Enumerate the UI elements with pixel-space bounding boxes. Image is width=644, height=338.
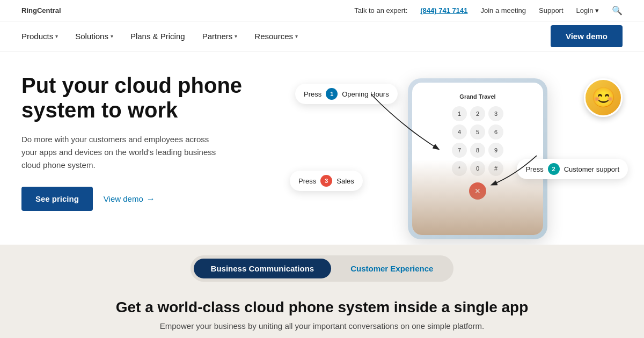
hero-image-area: Grand Travel 1 2 3 4 5 6 7 8 9 * 0 # ✕: [290, 73, 623, 234]
press-label-opening: Press: [304, 90, 321, 98]
hero-content: Put your cloud phone system to work Do m…: [21, 73, 290, 234]
logo-ring: Ring: [21, 6, 37, 14]
dialpad-5: 5: [470, 124, 485, 139]
hero-subtitle: Do more with your customers and employee…: [21, 133, 225, 172]
badge-2: 2: [548, 163, 560, 175]
talk-to-expert-label: Talk to an expert:: [354, 6, 407, 14]
nav-item-solutions[interactable]: Solutions ▾: [75, 32, 113, 41]
tabs-container: Business Communications Customer Experie…: [21, 255, 623, 282]
support-link[interactable]: Support: [539, 6, 564, 14]
nav-item-resources[interactable]: Resources ▾: [254, 32, 298, 41]
tabs-section: Business Communications Customer Experie…: [0, 245, 644, 282]
bottom-section: Get a world-class cloud phone system ins…: [0, 282, 644, 338]
view-demo-link[interactable]: View demo →: [104, 194, 155, 204]
sales-text: Sales: [336, 177, 354, 185]
hero-section: Put your cloud phone system to work Do m…: [0, 52, 644, 245]
badge-3: 3: [320, 175, 332, 187]
join-meeting-link[interactable]: Join a meeting: [480, 6, 526, 14]
logo-area[interactable]: RingCentral: [21, 6, 61, 14]
dialpad-4: 4: [452, 124, 467, 139]
tab-customer-experience[interactable]: Customer Experience: [333, 259, 450, 278]
chevron-down-icon: ▾: [295, 33, 298, 39]
phone-brand-label: Grand Travel: [459, 93, 495, 100]
tab-business-communications[interactable]: Business Communications: [194, 259, 332, 278]
nav-item-plans-pricing[interactable]: Plans & Pricing: [130, 32, 185, 41]
see-pricing-button[interactable]: See pricing: [21, 187, 93, 211]
arrow-right-icon: →: [147, 194, 155, 204]
search-icon[interactable]: 🔍: [612, 5, 623, 16]
dialpad-2: 2: [470, 106, 485, 121]
view-demo-button[interactable]: View demo: [551, 25, 623, 47]
main-nav: Products ▾ Solutions ▾ Plans & Pricing P…: [0, 21, 644, 52]
bottom-title: Get a world-class cloud phone system ins…: [21, 299, 623, 316]
dialpad-1: 1: [452, 106, 467, 121]
login-chevron-icon: ▾: [595, 6, 599, 14]
agent-avatar: 😊: [584, 78, 623, 117]
float-label-customer: Press 2 Customer support: [517, 159, 628, 179]
chevron-down-icon: ▾: [55, 33, 58, 39]
nav-item-partners[interactable]: Partners ▾: [202, 32, 238, 41]
dialpad-3: 3: [488, 106, 503, 121]
phone-number-link[interactable]: (844) 741 7141: [420, 6, 467, 14]
hero-title: Put your cloud phone system to work: [21, 73, 268, 122]
logo-central: Central: [37, 6, 61, 14]
dialpad-9: 9: [488, 143, 503, 158]
nav-item-products[interactable]: Products ▾: [21, 32, 58, 41]
logo[interactable]: RingCentral: [21, 6, 61, 14]
top-bar: RingCentral Talk to an expert: (844) 741…: [0, 0, 644, 21]
login-button[interactable]: Login ▾: [576, 6, 599, 14]
opening-hours-text: Opening Hours: [342, 90, 389, 98]
dialpad-8: 8: [470, 143, 485, 158]
customer-support-text: Customer support: [564, 165, 619, 173]
press-label-customer: Press: [525, 165, 543, 173]
dialpad-6: 6: [488, 124, 503, 139]
hero-actions: See pricing View demo →: [21, 187, 268, 211]
chevron-down-icon: ▾: [235, 33, 237, 39]
float-label-opening: Press 1 Opening Hours: [295, 84, 398, 104]
badge-1: 1: [326, 88, 338, 100]
dialpad-7: 7: [452, 143, 467, 158]
tabs-pill: Business Communications Customer Experie…: [191, 255, 454, 282]
press-label-sales: Press: [298, 177, 316, 185]
chevron-down-icon: ▾: [111, 33, 113, 39]
bottom-subtitle: Empower your business by uniting all you…: [21, 321, 623, 330]
float-label-sales: Press 3 Sales: [290, 171, 363, 191]
agent-face-icon: 😊: [591, 88, 616, 107]
